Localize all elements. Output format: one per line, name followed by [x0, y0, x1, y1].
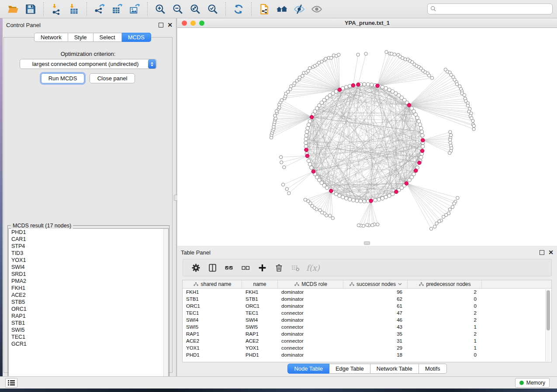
table-cell[interactable]: SWI5: [183, 323, 242, 330]
zoom-fit-icon[interactable]: [189, 3, 202, 16]
zoom-in-icon[interactable]: [154, 3, 167, 16]
table-cell[interactable]: TEC1: [242, 309, 278, 316]
table-cell[interactable]: 1: [408, 337, 482, 344]
table-cell[interactable]: ACE2: [183, 337, 242, 344]
table-row[interactable]: TEC1TEC1connector472: [183, 309, 551, 316]
table-cell[interactable]: STB1: [242, 296, 278, 303]
hide-selected-icon[interactable]: [293, 3, 306, 16]
show-graphics-details-icon[interactable]: [310, 3, 323, 16]
table-cell[interactable]: PHD1: [183, 351, 242, 358]
network-from-selection-icon[interactable]: [258, 3, 271, 16]
column-header-shared-name[interactable]: shared name: [183, 280, 242, 288]
table-cell[interactable]: FKH1: [183, 289, 242, 296]
table-cell[interactable]: 18: [343, 351, 408, 358]
table-cell[interactable]: 31: [343, 337, 408, 344]
table-cell[interactable]: YOX1: [242, 344, 278, 351]
table-cell[interactable]: RAP1: [242, 330, 278, 337]
float-panel-icon[interactable]: [159, 23, 163, 28]
table-row[interactable]: RAP1RAP1dominator352: [183, 330, 551, 337]
mcds-result-item[interactable]: SWI4: [9, 264, 168, 271]
close-panel-button[interactable]: Close panel: [90, 73, 135, 83]
table-cell[interactable]: 43: [343, 323, 408, 330]
table-cell[interactable]: SWI4: [242, 316, 278, 323]
table-cell[interactable]: 61: [343, 303, 408, 309]
zoom-selected-icon[interactable]: [206, 3, 219, 16]
select-all-rows-icon[interactable]: [223, 262, 235, 273]
table-cell[interactable]: 29: [343, 344, 408, 351]
network-window-titlebar[interactable]: YPA_prune.txt_1: [177, 18, 557, 28]
mcds-result-item[interactable]: ACE2: [9, 292, 168, 299]
table-cell[interactable]: YOX1: [183, 344, 242, 351]
table-cell[interactable]: 0: [408, 351, 482, 358]
network-canvas[interactable]: [177, 28, 557, 246]
table-row[interactable]: STB1STB1dominator620: [183, 296, 551, 303]
mcds-result-item[interactable]: CAR1: [9, 236, 168, 243]
horizontal-splitter-handle[interactable]: [364, 241, 370, 245]
float-table-panel-icon[interactable]: [540, 250, 544, 255]
run-mcds-button[interactable]: Run MCDS: [41, 73, 84, 83]
export-image-icon[interactable]: [128, 3, 141, 16]
table-cell[interactable]: PHD1: [242, 351, 278, 358]
table-cell[interactable]: dominator: [278, 330, 343, 337]
table-cell[interactable]: 2: [408, 316, 482, 323]
table-cell[interactable]: 1: [408, 344, 482, 351]
open-session-icon[interactable]: [7, 3, 20, 16]
tab-mcds[interactable]: MCDS: [122, 33, 151, 42]
import-table-icon[interactable]: [67, 3, 80, 16]
mcds-result-item[interactable]: STB5: [9, 299, 168, 306]
mcds-result-item[interactable]: ORC1: [9, 306, 168, 313]
table-cell[interactable]: connector: [278, 344, 343, 351]
table-cell[interactable]: dominator: [278, 316, 343, 323]
save-session-icon[interactable]: [24, 3, 37, 16]
table-row[interactable]: ORC1ORC1dominator610: [183, 303, 551, 309]
close-table-panel-icon[interactable]: ✕: [548, 250, 554, 255]
table-cell[interactable]: 2: [408, 330, 482, 337]
export-network-icon[interactable]: [93, 3, 106, 16]
optimization-select[interactable]: largest connected component (undirected): [20, 59, 157, 69]
mcds-result-item[interactable]: STP4: [9, 243, 168, 250]
mcds-result-item[interactable]: RAP1: [9, 313, 168, 320]
table-cell[interactable]: TEC1: [183, 309, 242, 316]
table-row[interactable]: PHD1PHD1dominator180: [183, 351, 551, 358]
table-cell[interactable]: dominator: [278, 296, 343, 303]
zoom-out-icon[interactable]: [171, 3, 184, 16]
mcds-result-item[interactable]: PHD1: [9, 229, 168, 236]
table-cell[interactable]: connector: [278, 323, 343, 330]
table-cell[interactable]: 35: [343, 330, 408, 337]
table-cell[interactable]: 47: [343, 309, 408, 316]
table-cell[interactable]: 62: [343, 296, 408, 303]
tab-select[interactable]: Select: [93, 33, 122, 42]
first-neighbors-icon[interactable]: [275, 3, 288, 16]
close-panel-icon[interactable]: ✕: [167, 23, 173, 28]
mcds-result-item[interactable]: SRD1: [9, 271, 168, 278]
mcds-result-item[interactable]: GCR1: [9, 340, 168, 347]
table-settings-gear-icon[interactable]: [190, 262, 201, 273]
apply-layout-icon[interactable]: [232, 3, 245, 16]
table-cell[interactable]: dominator: [278, 303, 343, 309]
table-cell[interactable]: RAP1: [183, 330, 242, 337]
table-cell[interactable]: connector: [278, 309, 343, 316]
table-cell[interactable]: 0: [408, 303, 482, 309]
mcds-result-item[interactable]: YOX1: [9, 257, 168, 264]
mcds-result-item[interactable]: PMA2: [9, 278, 168, 285]
table-cell[interactable]: FKH1: [242, 289, 278, 296]
table-cell[interactable]: 96: [343, 289, 408, 296]
table-cell[interactable]: dominator: [278, 351, 343, 358]
memory-button[interactable]: Memory: [515, 378, 550, 388]
table-row[interactable]: ACE2ACE2connector311: [183, 337, 551, 344]
mcds-result-item[interactable]: TID3: [9, 250, 168, 257]
column-header-successor-nodes[interactable]: successor nodes: [343, 280, 408, 288]
table-cell[interactable]: 1: [408, 323, 482, 330]
delete-column-trash-icon[interactable]: [273, 262, 284, 273]
tab-edge-table[interactable]: Edge Table: [329, 364, 370, 374]
mcds-result-item[interactable]: SWI5: [9, 327, 168, 334]
column-header-MCDS-role[interactable]: MCDS role: [278, 280, 343, 288]
table-cell[interactable]: 0: [408, 296, 482, 303]
task-history-button[interactable]: [5, 378, 17, 388]
column-header-name[interactable]: name: [242, 280, 278, 288]
table-cell[interactable]: connector: [278, 337, 343, 344]
table-cell[interactable]: SWI4: [183, 316, 242, 323]
deselect-all-rows-icon[interactable]: [240, 262, 251, 273]
table-cell[interactable]: STB1: [183, 296, 242, 303]
mcds-result-item[interactable]: TEC1: [9, 334, 168, 340]
